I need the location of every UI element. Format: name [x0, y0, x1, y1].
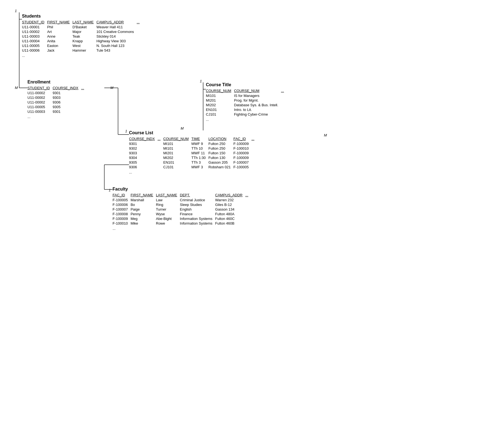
faculty-cell-4-5	[245, 216, 251, 221]
faculty-cell-4-4: Fulton 460C	[215, 216, 245, 221]
students-cell-1-1: Art	[47, 29, 72, 34]
course-title-title: Course Title	[206, 82, 287, 87]
students-row: U11-00006JackHammerTule 543	[22, 48, 142, 53]
cardinality-faculty-1: 1	[109, 188, 111, 192]
coursetitle-cell-3-2	[281, 107, 287, 112]
faculty-col-0: FAC_ID	[113, 193, 131, 198]
faculty-row: F-100010MikeRoweInformation SystemsFulto…	[113, 221, 251, 226]
course-title-col-1: COURSE_NUM	[234, 88, 281, 93]
students-row: U11-00003AnneTeakStickley 014	[22, 34, 142, 39]
enrollment-cell-4-0: U11-00003	[27, 109, 53, 114]
enrollment-col-1: COURSE_INDX	[53, 86, 81, 91]
faculty-col-4: CAMPUS_ADDR	[215, 193, 245, 198]
students-entity: Students STUDENT_ID FIRST_NAME LAST_NAME…	[22, 14, 142, 58]
enrollment-cell-3-0: U11-00005	[27, 105, 53, 109]
enrollment-cell-2-2	[81, 100, 87, 105]
enrollment-cell-3-1: 9305	[53, 105, 81, 109]
courselist-cell-3-4: Fulton 130	[208, 155, 233, 160]
course-list-col-3: TIME	[191, 136, 208, 141]
course-title-col-0: COURSE_NUM	[206, 88, 234, 93]
faculty-cell-0-2: Law	[156, 198, 180, 202]
enrollment-cell-0-2	[81, 91, 87, 95]
courselist-cell-3-5: F-100009	[233, 155, 251, 160]
courselist-cell-5-4: Robsham 021	[208, 165, 233, 169]
enrollment-cell-0-0: U11-00002	[27, 91, 53, 95]
students-row: U11-00004AnitaKnappHighway View 303	[22, 39, 142, 43]
coursetitle-cell-3-1: Intro. to Lit.	[234, 107, 281, 112]
course-list-col-0: COURSE_INDX	[129, 136, 158, 141]
courselist-cell-2-4: Fulton 150	[208, 151, 233, 155]
faculty-cell-3-5	[245, 212, 251, 216]
students-cell-1-0: U11-00002	[22, 29, 47, 34]
students-col-4: ...	[137, 20, 142, 25]
cardinality-students-1: 1	[15, 9, 17, 13]
enrollment-cell-1-1: 9303	[53, 95, 81, 100]
enrollment-cell-4-2	[81, 109, 87, 114]
students-cell-5-2: Hammer	[72, 48, 96, 53]
faculty-cell-1-1: Bo	[131, 202, 156, 207]
faculty-cell-1-0: F-100006	[113, 202, 131, 207]
coursetitle-cell-2-0: MI202	[206, 103, 234, 107]
course-list-col-6: ...	[251, 136, 257, 141]
course-title-table: COURSE_NUM COURSE_NUM ... MI101IS for Ma…	[206, 88, 287, 122]
course-list-header: COURSE_INDX ... COURSE_NUM TIME LOCATION…	[129, 136, 257, 141]
enrollment-cell-2-1: 9306	[53, 100, 81, 105]
courselist-cell-5-0: 9306	[129, 165, 158, 169]
faculty-cell-3-4: Fulton 480A	[215, 212, 245, 216]
courselist-cell-4-0: 9305	[129, 160, 158, 165]
coursetitle-cell-1-0: MI201	[206, 98, 234, 103]
students-row: U11-00001PhilD'BasketWeaver Hall 411	[22, 25, 142, 29]
faculty-row: F-100005MarshallLawCriminal JusticeWarre…	[113, 198, 251, 202]
enrollment-table: STUDENT_ID COURSE_INDX ... U11-000029301…	[27, 86, 87, 119]
courselist-cell-4-4: Gasson 205	[208, 160, 233, 165]
courselist-cell-2-5: F-100009	[233, 151, 251, 155]
courselist-cell-4-3: TTh 3	[191, 160, 208, 165]
faculty-cell-3-1: Penny	[131, 212, 156, 216]
course-list-title: Course List	[129, 130, 257, 135]
courselist-cell-1-2: MI101	[163, 146, 191, 151]
students-cell-0-3: Weaver Hall 411	[96, 25, 137, 29]
enrollment-cell-2-0: U11-00002	[27, 100, 53, 105]
faculty-row: F-100006BoRingSleep StudiesGiles B-12	[113, 202, 251, 207]
course-list-entity: Course List COURSE_INDX ... COURSE_NUM T…	[129, 130, 257, 175]
faculty-col-1: FIRST_NAME	[131, 193, 156, 198]
courselist-cell-2-3: MWF 11	[191, 151, 208, 155]
enrollment-ellipsis: ...	[27, 114, 87, 119]
enrollment-row: U11-000039301	[27, 109, 87, 114]
courselist-row: 9303MI201MWF 11Fulton 150F-100009	[129, 151, 257, 155]
students-col-1: FIRST_NAME	[47, 20, 72, 25]
enrollment-cell-0-1: 9301	[53, 91, 81, 95]
courselist-row: 9301MI101MWF 9Fulton 250F-100009	[129, 141, 257, 146]
courselist-row: 9304MI202TTh 1:30Fulton 130F-100009	[129, 155, 257, 160]
coursetitle-row: EN101Intro. to Lit.	[206, 107, 287, 112]
faculty-cell-2-5	[245, 207, 251, 212]
cardinality-courselist-1: 1	[125, 129, 127, 133]
coursetitle-cell-2-1: Database Sys. & Bus. Intell.	[234, 103, 281, 107]
faculty-header: FAC_ID FIRST_NAME LAST_NAME DEPT. CAMPUS…	[113, 193, 251, 198]
courselist-ellipsis: ...	[129, 169, 257, 175]
faculty-cell-3-3: Finance	[180, 212, 215, 216]
courselist-cell-1-5: F-100010	[233, 146, 251, 151]
students-cell-0-1: Phil	[47, 25, 72, 29]
students-cell-2-3: Stickley 014	[96, 34, 137, 39]
courselist-cell-5-3: MWF 3	[191, 165, 208, 169]
faculty-cell-3-0: F-100008	[113, 212, 131, 216]
cardinality-enrollment-m-right: M	[110, 86, 113, 90]
coursetitle-cell-0-1: IS for Managers	[234, 93, 281, 98]
enrollment-header: STUDENT_ID COURSE_INDX ...	[27, 86, 87, 91]
coursetitle-cell-4-1: Fighting Cyber-Crime	[234, 112, 281, 117]
students-cell-4-1: Easton	[47, 43, 72, 48]
students-cell-4-0: U11-00005	[22, 43, 47, 48]
faculty-cell-2-2: Turner	[156, 207, 180, 212]
students-cell-5-4	[137, 48, 142, 53]
course-list-col-1: ...	[158, 136, 163, 141]
courselist-cell-4-6	[251, 160, 257, 165]
faculty-title: Faculty	[113, 187, 251, 192]
coursetitle-row: MI202Database Sys. & Bus. Intell.	[206, 103, 287, 107]
coursetitle-row: MI201Prog. for Mgmt.	[206, 98, 287, 103]
courselist-cell-2-0: 9303	[129, 151, 158, 155]
students-ellipsis: ...	[22, 53, 142, 58]
students-col-0: STUDENT_ID	[22, 20, 47, 25]
course-list-table: COURSE_INDX ... COURSE_NUM TIME LOCATION…	[129, 136, 257, 175]
enrollment-col-0: STUDENT_ID	[27, 86, 53, 91]
